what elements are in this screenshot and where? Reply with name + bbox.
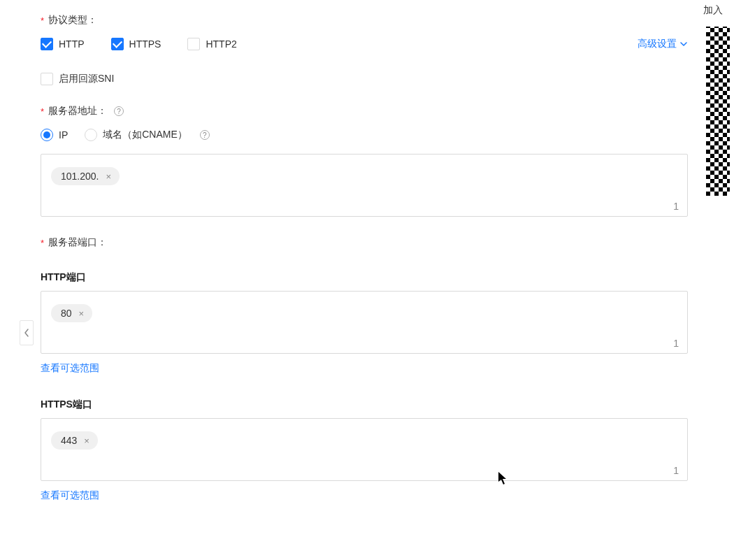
required-mark: *: [41, 106, 44, 117]
protocol-http-label: HTTP: [59, 38, 85, 50]
protocol-http-checkbox[interactable]: HTTP: [41, 38, 85, 50]
https-port-heading: HTTPS端口: [41, 399, 688, 411]
protocol-type-section: * 协议类型： HTTP HTTPS HTTP2 高级设置: [41, 14, 688, 85]
protocol-type-label: * 协议类型：: [41, 14, 97, 27]
address-count: 1: [673, 201, 679, 212]
http-port-heading: HTTP端口: [41, 271, 688, 284]
checkbox-icon: [41, 38, 53, 50]
protocol-type-label-text: 协议类型：: [48, 14, 97, 27]
required-mark: *: [41, 15, 44, 26]
radio-icon: [41, 129, 53, 141]
https-port-tag-value: 443: [61, 435, 77, 446]
server-address-input[interactable]: 101.200. × 1: [41, 154, 688, 217]
protocol-https-label: HTTPS: [129, 38, 161, 50]
server-address-section: * 服务器地址： ? IP 域名（如CNAME） ? 101.200. × 1: [41, 105, 688, 217]
help-icon[interactable]: ?: [200, 130, 210, 140]
address-ip-label: IP: [59, 129, 68, 141]
https-port-count: 1: [673, 465, 679, 476]
tag-remove-icon[interactable]: ×: [105, 171, 113, 182]
help-icon[interactable]: ?: [114, 106, 124, 116]
chevron-down-icon: [679, 40, 688, 48]
server-address-label-text: 服务器地址：: [48, 105, 107, 117]
checkbox-icon: [41, 73, 53, 85]
advanced-settings-toggle[interactable]: 高级设置: [638, 38, 688, 50]
server-port-label: * 服务器端口：: [41, 236, 107, 249]
server-port-section: * 服务器端口： HTTP端口 80 × 1 查看可选范围 HTTPS端口 44…: [41, 236, 688, 502]
http-port-count: 1: [673, 338, 679, 349]
collapse-sidebar-button[interactable]: [20, 320, 34, 345]
tag-remove-icon[interactable]: ×: [78, 308, 86, 319]
address-tag: 101.200. ×: [51, 167, 120, 185]
https-port-tag: 443 ×: [51, 431, 98, 450]
cursor-icon: [498, 471, 508, 485]
advanced-settings-label: 高级设置: [638, 38, 677, 50]
server-address-radio-row: IP 域名（如CNAME） ?: [41, 129, 688, 141]
address-tag-value: 101.200.: [61, 171, 99, 182]
enable-sni-label: 启用回源SNI: [59, 73, 114, 85]
protocol-http2-label: HTTP2: [206, 38, 236, 50]
checkbox-icon: [111, 38, 124, 50]
side-join-label: 加入: [703, 4, 734, 17]
address-ip-radio[interactable]: IP: [41, 129, 68, 141]
protocol-https-checkbox[interactable]: HTTPS: [111, 38, 161, 50]
protocol-checkbox-row: HTTP HTTPS HTTP2: [41, 38, 237, 50]
required-mark: *: [41, 238, 44, 248]
checkbox-icon: [187, 38, 200, 50]
http-port-range-link[interactable]: 查看可选范围: [41, 362, 99, 375]
address-domain-radio[interactable]: 域名（如CNAME） ?: [85, 129, 210, 141]
tag-remove-icon[interactable]: ×: [82, 436, 91, 446]
server-address-label: * 服务器地址： ?: [41, 105, 124, 117]
https-port-input[interactable]: 443 × 1: [41, 418, 688, 481]
qr-code-icon: [703, 24, 733, 199]
http-port-tag-value: 80: [61, 308, 72, 319]
https-port-range-link[interactable]: 查看可选范围: [41, 489, 99, 502]
http-port-input[interactable]: 80 × 1: [41, 291, 688, 354]
radio-icon: [85, 129, 97, 141]
address-domain-label: 域名（如CNAME）: [103, 129, 187, 141]
protocol-http2-checkbox[interactable]: HTTP2: [187, 38, 236, 50]
http-port-tag: 80 ×: [51, 304, 92, 322]
enable-sni-checkbox[interactable]: 启用回源SNI: [41, 73, 688, 85]
side-panel: 加入: [702, 0, 734, 199]
server-port-label-text: 服务器端口：: [48, 236, 107, 249]
